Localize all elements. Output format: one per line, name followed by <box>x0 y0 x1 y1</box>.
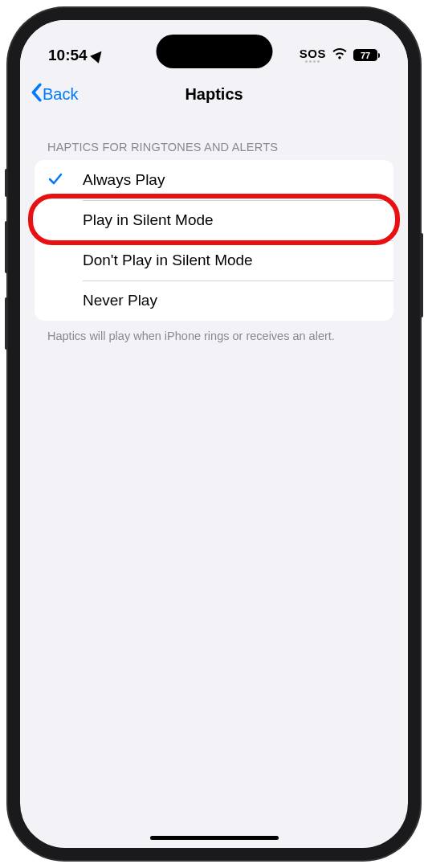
option-label: Never Play <box>83 292 157 309</box>
phone-frame: 10:54 SOS 77 <box>8 8 420 860</box>
nav-bar: Back Haptics <box>20 72 408 117</box>
sos-indicator: SOS <box>300 47 326 63</box>
option-label: Don't Play in Silent Mode <box>83 252 253 269</box>
phone-side-buttons-right <box>420 233 423 317</box>
option-label: Play in Silent Mode <box>83 211 214 229</box>
dynamic-island <box>156 35 272 68</box>
phone-side-buttons-left <box>5 169 8 374</box>
content: HAPTICS FOR RINGTONES AND ALERTS Always … <box>20 117 408 345</box>
screen: 10:54 SOS 77 <box>20 20 408 848</box>
option-dont-play-silent[interactable]: Don't Play in Silent Mode <box>35 240 393 280</box>
wifi-icon <box>332 47 348 64</box>
checkmark-icon <box>47 170 63 190</box>
status-right: SOS 77 <box>300 47 380 64</box>
status-left: 10:54 <box>48 47 104 64</box>
back-button[interactable]: Back <box>30 83 78 106</box>
status-time: 10:54 <box>48 47 88 64</box>
battery-indicator: 77 <box>353 49 380 61</box>
option-label: Always Play <box>83 171 165 189</box>
section-footer: Haptics will play when iPhone rings or r… <box>35 321 393 345</box>
back-label: Back <box>43 85 78 104</box>
section-header: HAPTICS FOR RINGTONES AND ALERTS <box>35 141 393 160</box>
battery-percent: 77 <box>361 51 370 60</box>
chevron-left-icon <box>30 83 43 106</box>
page-title: Haptics <box>185 85 243 104</box>
home-indicator[interactable] <box>150 836 279 840</box>
options-list: Always Play Play in Silent Mode Don't Pl… <box>35 160 393 321</box>
option-play-silent[interactable]: Play in Silent Mode <box>35 200 393 240</box>
option-never-play[interactable]: Never Play <box>35 280 393 321</box>
option-always-play[interactable]: Always Play <box>35 160 393 200</box>
location-icon <box>90 47 106 63</box>
